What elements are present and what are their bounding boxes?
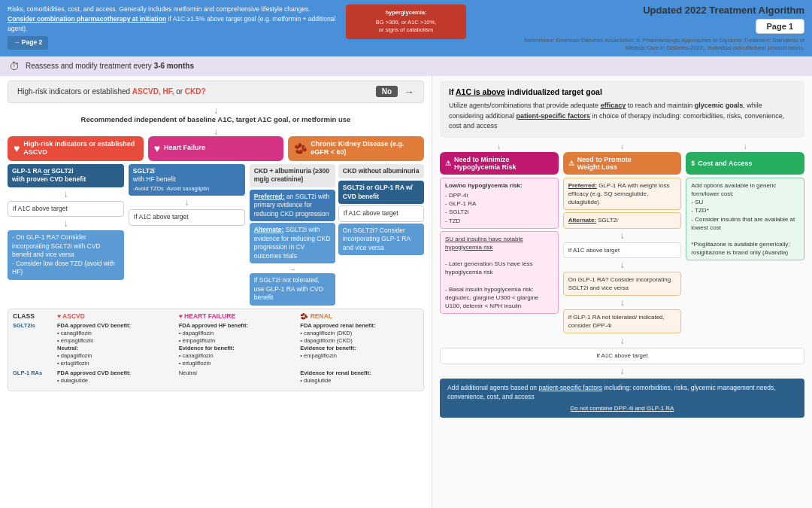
heart-icon: ♥: [154, 142, 160, 154]
down-arrow-icon: ↓: [563, 231, 682, 240]
ascvd-header: ♥ ASCVD: [57, 312, 176, 320]
table-header-row: CLASS ♥ ASCVD ♥ HEART FAILURE 🫘 RENAL: [13, 312, 419, 320]
top-left-content: Risks, comorbidities, cost, and access. …: [8, 5, 340, 50]
down-arrow-icon: ↓: [440, 142, 559, 151]
page: Risks, comorbidities, cost, and access. …: [0, 0, 812, 508]
page-badge: Page 1: [756, 19, 804, 34]
top-section: Risks, comorbidities, cost, and access. …: [0, 0, 812, 56]
weight-factor-box: ⚠ Need to PromoteWeight Loss: [563, 152, 682, 175]
top-left-text: Risks, comorbidities, cost, and access. …: [8, 5, 340, 33]
down-arrow-icon: ↓: [8, 106, 424, 115]
reassess-text: Reassess and modify treatment every 3-6 …: [26, 62, 194, 70]
ckd-alternate: Alternate: SGLT2i with evidence for redu…: [250, 223, 335, 263]
down-arrow-icon: ↓: [440, 367, 804, 376]
recommended-text: Recommended independent of baseline A1C,…: [8, 115, 424, 123]
down-arrow-icon: ↓: [686, 142, 804, 151]
down-arrow-icon: ↓: [8, 219, 124, 228]
cost-label: Cost and Access: [698, 160, 752, 167]
down-arrow-icon: ↓: [8, 127, 424, 136]
right-arrow-icon: →: [250, 265, 335, 273]
weight-alternate: Alternate: SGLT2i: [563, 212, 682, 228]
ckd-with-albuminuria-label: CKD + albuminuria (≥300 mg/g creatinine): [250, 164, 335, 187]
table-row: GLP-1 RAs FDA approved CVD benefit:• dul…: [13, 370, 419, 385]
hf-header: ♥ HEART FAILURE: [179, 312, 298, 320]
ascvd-condition-box: ♥ High-risk indicators or established AS…: [8, 136, 144, 161]
bottom-large-box: Add additional agents based on patient-s…: [440, 379, 804, 418]
down-arrow-icon: ↓: [8, 190, 124, 199]
question-text: High-risk indicators or established ASCV…: [17, 87, 206, 96]
ascvd-if-a1c: If A1C above target: [8, 201, 124, 217]
hypoglycemia-detail-col: Low/no hypoglycemia risk: - DPP-4i- GLP-…: [440, 178, 559, 334]
hypoglycemia-notes: SU and insulins have notable hypoglycemi…: [440, 231, 559, 315]
class-header: CLASS: [13, 312, 54, 320]
weight-on-glp1: On GLP-1 RA? Consider incorporating SGLT…: [563, 272, 682, 296]
condition-boxes: ♥ High-risk indicators or established AS…: [8, 136, 424, 161]
ckd-split: CKD + albuminuria (≥300 mg/g creatinine)…: [250, 164, 424, 306]
hf-treatment-col: SGLT2iwith HF benefit ·Avoid TZDs ·Avoid…: [129, 164, 245, 306]
weight-if-a1c: If A1C above target: [563, 242, 682, 258]
warning-icon: ⚠: [445, 160, 451, 167]
no-badge: No: [376, 86, 398, 97]
cost-factor-box: $ Cost and Access: [686, 152, 804, 175]
ascvd-treatment-col: GLP-1 RA or SGLT2iwith proven CVD benefi…: [8, 164, 124, 306]
kidney-icon: 🫘: [294, 142, 307, 154]
ckd-if-a1c-right: If A1C above target: [338, 205, 424, 221]
do-not-combine: Do not combine DPP-4i and GLP-1 RA: [447, 404, 797, 413]
weight-preferred: Preferred: GLP-1 RA with weight loss eff…: [563, 178, 682, 211]
hf-if-a1c: If A1C above target: [129, 209, 245, 225]
ckd-without-albuminuria-label: CKD without albuminuria: [338, 164, 424, 178]
down-arrow-icon: ↓: [563, 298, 682, 307]
clock-icon: ⏱: [9, 60, 20, 72]
factor-boxes: ⚠ Need to MinimizeHypoglycemia Risk ⚠ Ne…: [440, 152, 804, 175]
dollar-icon: $: [691, 160, 695, 167]
down-arrow-icon: ↓: [129, 198, 245, 207]
ascvd-detail: - On GLP-1 RA? Consider incorporating SG…: [8, 230, 124, 279]
renal-header: 🫘 RENAL: [300, 312, 419, 320]
right-arrow-icon: →: [404, 86, 414, 98]
page2-link[interactable]: → Page 2: [8, 36, 48, 50]
references: References: American Diabetes Associatio…: [519, 37, 804, 52]
page-title: Updated 2022 Treatment Algorithm: [643, 5, 804, 16]
treatment-row: GLP-1 RA or SGLT2iwith proven CVD benefi…: [8, 164, 424, 306]
hf-main-treatment: SGLT2iwith HF benefit ·Avoid TZDs ·Avoid…: [129, 164, 245, 196]
bottom-table: CLASS ♥ ASCVD ♥ HEART FAILURE 🫘 RENAL SG…: [8, 309, 424, 391]
ckd-right: CKD without albuminuria SGLT2i or GLP-1 …: [338, 164, 424, 306]
down-arrow-icon: ↓: [563, 260, 682, 269]
ckd-treatment-col: CKD + albuminuria (≥300 mg/g creatinine)…: [250, 164, 424, 306]
weight-if-not-tolerated: If GLP-1 RA not tolerated/ indicated, co…: [563, 309, 682, 333]
ckd-if-not-tolerated: If SGLT2i not tolerated, use GLP-1 RA wi…: [250, 273, 335, 305]
weight-detail-col: Preferred: GLP-1 RA with weight loss eff…: [563, 178, 682, 334]
hypoglycemia-factor-box: ⚠ Need to MinimizeHypoglycemia Risk: [440, 152, 559, 175]
hyperglycemia-box: hyperglycemia: BG >300, or A1C >10%,or s…: [346, 5, 466, 39]
a1c-body: Utilize agents/combinations that provide…: [449, 101, 795, 132]
a1c-header: If A1C is above individualized target go…: [449, 87, 795, 99]
question-box: High-risk indicators or established ASCV…: [8, 81, 424, 103]
a1c-above-label: If A1C above target: [440, 348, 804, 364]
cost-main: Add options available in generic form/lo…: [686, 178, 804, 261]
down-arrow-icon: ↓: [440, 336, 804, 345]
left-panel: High-risk indicators or established ASCV…: [0, 76, 432, 509]
weight-label: Need to PromoteWeight Loss: [577, 156, 632, 171]
ascvd-main-treatment: GLP-1 RA or SGLT2iwith proven CVD benefi…: [8, 164, 124, 187]
factor-details: Low/no hypoglycemia risk: - DPP-4i- GLP-…: [440, 178, 804, 334]
hypoglycemia-main: Low/no hypoglycemia risk: - DPP-4i- GLP-…: [440, 178, 559, 229]
heart-icon: ♥: [14, 142, 20, 154]
table-row: SGLT2is FDA approved CVD benefit:• canag…: [13, 322, 419, 368]
reassess-bar: ⏱ Reassess and modify treatment every 3-…: [0, 56, 812, 76]
ckd-on-sglt2i: On SGLT2i? Consider incorporating GLP-1 …: [338, 224, 424, 255]
down-arrow-icon: ↓: [563, 142, 682, 151]
right-panel: If A1C is above individualized target go…: [432, 76, 812, 509]
main-content: High-risk indicators or established ASCV…: [0, 76, 812, 509]
ckd-left: CKD + albuminuria (≥300 mg/g creatinine)…: [250, 164, 335, 306]
ckd-preferred: Preferred: an SGLT2i with primary eviden…: [250, 190, 335, 221]
ckd-right-main: SGLT2i or GLP-1 RA w/ CVD benefit: [338, 181, 424, 204]
a1c-header-box: If A1C is above individualized target go…: [440, 81, 804, 138]
hypoglycemia-label: Need to MinimizeHypoglycemia Risk: [454, 156, 517, 171]
warning-icon: ⚠: [568, 160, 574, 167]
hf-condition-box: ♥ Heart Failure: [148, 136, 284, 161]
top-right-area: Updated 2022 Treatment Algorithm Page 1 …: [472, 5, 804, 52]
cost-detail-col: Add options available in generic form/lo…: [686, 178, 804, 334]
ckd-condition-box: 🫘 Chronic Kidney Disease (e.g. eGFR < 60…: [288, 136, 424, 161]
